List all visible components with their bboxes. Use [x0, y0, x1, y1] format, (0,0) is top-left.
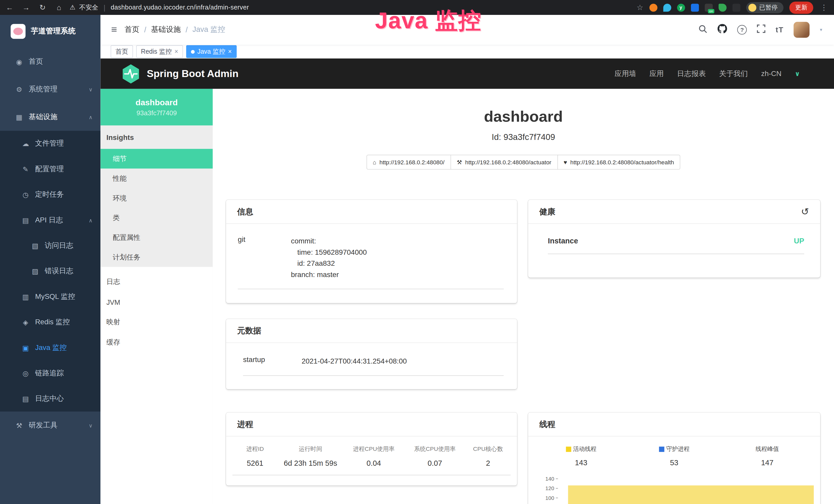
sidebar-item-system-management[interactable]: ⚙ 系统管理 ∨: [0, 75, 101, 103]
extension-icon[interactable]: [649, 3, 657, 11]
health-card: 健康 ↺ Instance UP: [528, 200, 820, 278]
sba-nav-journal[interactable]: 日志报表: [677, 69, 706, 78]
extension-icon[interactable]: on: [705, 3, 712, 11]
sba-nav-wallboard[interactable]: 应用墙: [615, 69, 636, 78]
profile-chip[interactable]: 已暂停: [746, 2, 784, 13]
security-warning-icon[interactable]: ⚠: [70, 4, 75, 11]
infrastructure-icon: ▦: [15, 113, 23, 121]
instance-link-buttons: ⌂ http://192.168.0.2:48080/ ⚒ http://192…: [213, 155, 834, 170]
extension-icon[interactable]: y: [677, 3, 685, 11]
github-icon[interactable]: [718, 24, 727, 36]
browser-home-icon[interactable]: ⌂: [55, 3, 63, 12]
sba-instance-block[interactable]: dashboard 93a3fc7f7409: [101, 89, 213, 125]
browser-update-button[interactable]: 更新: [789, 1, 813, 14]
sba-body: dashboard 93a3fc7f7409 Insights 细节 性能 环境…: [101, 89, 834, 504]
wrench-icon: ⚒: [457, 159, 462, 166]
chevron-down-icon[interactable]: ∨: [795, 70, 800, 77]
sidebar-item-label: 基础设施: [29, 112, 58, 122]
search-icon[interactable]: [698, 24, 707, 35]
sba-brand[interactable]: Spring Boot Admin: [122, 63, 238, 84]
y-axis-tick: 140: [542, 476, 558, 482]
close-icon[interactable]: ×: [228, 48, 232, 55]
tab-java-monitor[interactable]: Java 监控 ×: [186, 45, 237, 58]
sidebar-item-dev-tools[interactable]: ⚒ 研发工具 ∨: [0, 412, 101, 439]
git-commit-label: commit:: [291, 235, 367, 247]
extension-icon[interactable]: [691, 3, 699, 11]
sba-insights-section: Insights 细节 性能 环境 类 配置属性 计划任务: [101, 125, 213, 267]
health-instance-label: Instance: [548, 237, 578, 245]
breadcrumb-item[interactable]: 基础设施: [151, 25, 181, 35]
sba-item-environment[interactable]: 环境: [101, 188, 213, 208]
refresh-icon[interactable]: ↻: [38, 3, 47, 12]
sidebar-item-error-logs[interactable]: ▨ 错误日志: [0, 258, 101, 284]
address-bar[interactable]: ⚠ 不安全 | dashboard.yudao.iocoder.cn/infra…: [70, 3, 249, 12]
sba-item-caches[interactable]: 缓存: [101, 332, 213, 352]
bookmark-star-icon[interactable]: ☆: [637, 3, 643, 12]
app-logo-title: 芋道管理系统: [31, 27, 75, 36]
sidebar-item-link-tracing[interactable]: ◎ 链路追踪: [0, 361, 101, 386]
sba-item-details[interactable]: 细节: [101, 149, 213, 169]
card-title: 进程: [226, 413, 517, 436]
sidebar-item-config-management[interactable]: ✎ 配置管理: [0, 156, 101, 182]
threads-card: 线程 活动线程 143: [528, 413, 820, 504]
breadcrumb-item[interactable]: 首页: [125, 25, 139, 35]
breadcrumb-item-current: Java 监控: [192, 25, 225, 35]
address-url[interactable]: dashboard.yudao.iocoder.cn/infra/admin-s…: [111, 4, 249, 11]
timer-icon: ◷: [21, 190, 30, 199]
home-icon: ⌂: [373, 159, 376, 165]
sidebar-item-infrastructure[interactable]: ▦ 基础设施 ∧: [0, 103, 101, 131]
sba-item-mappings[interactable]: 映射: [101, 312, 213, 333]
health-url-button[interactable]: ♥ http://192.168.0.2:48080/actuator/heal…: [557, 155, 680, 170]
sba-nav-applications[interactable]: 应用: [649, 69, 664, 78]
process-column-header: 运行时间: [278, 445, 343, 453]
sba-item-performance[interactable]: 性能: [101, 168, 213, 188]
breadcrumb: 首页 / 基础设施 / Java 监控: [125, 25, 225, 35]
user-avatar[interactable]: [794, 22, 810, 38]
metadata-row: startup 2021-04-27T00:44:31.254+08:00: [243, 356, 504, 376]
sidebar-item-scheduled-jobs[interactable]: ◷ 定时任务: [0, 182, 101, 207]
tab-redis-monitor[interactable]: Redis 监控 ×: [136, 45, 183, 58]
sba-locale-select[interactable]: zh-CN: [761, 70, 781, 77]
sba-item-config-props[interactable]: 配置属性: [101, 228, 213, 247]
back-icon[interactable]: ←: [5, 3, 14, 12]
forward-icon[interactable]: →: [22, 3, 30, 12]
extension-icon[interactable]: [719, 3, 726, 11]
sidebar-item-home[interactable]: ◉ 首页: [0, 48, 101, 75]
sidebar-toggle-icon[interactable]: ≡: [101, 24, 124, 36]
fullscreen-icon[interactable]: [757, 24, 765, 35]
sidebar-item-mysql-monitor[interactable]: ▥ MySQL 监控: [0, 284, 101, 310]
process-id-value: 5261: [233, 459, 278, 467]
process-column-header: 进程CPU使用率: [343, 445, 404, 453]
extension-icon[interactable]: [732, 3, 740, 11]
sba-item-jvm[interactable]: JVM: [101, 292, 213, 312]
sba-item-logs[interactable]: 日志: [101, 272, 213, 292]
sidebar-item-label: 错误日志: [45, 266, 73, 276]
help-icon[interactable]: ?: [738, 25, 747, 35]
sidebar-item-api-logs[interactable]: ▤ API 日志 ∧: [0, 207, 101, 233]
sidebar-item-redis-monitor[interactable]: ◈ Redis 监控: [0, 310, 101, 335]
sidebar-item-access-logs[interactable]: ▧ 访问日志: [0, 233, 101, 258]
actuator-url-button[interactable]: ⚒ http://192.168.0.2:48080/actuator: [450, 155, 557, 170]
monitor-icon: ▣: [21, 344, 30, 352]
service-url-button[interactable]: ⌂ http://192.168.0.2:48080/: [366, 155, 451, 170]
sba-item-scheduled-tasks[interactable]: 计划任务: [101, 247, 213, 267]
security-label[interactable]: 不安全: [79, 3, 98, 12]
avatar-caret-icon[interactable]: ▾: [820, 27, 822, 32]
history-icon[interactable]: ↺: [801, 206, 809, 217]
sidebar-menu: ◉ 首页 ⚙ 系统管理 ∨ ▦ 基础设施 ∧ ☁ 文件管理: [0, 48, 101, 439]
log-icon: ▤: [21, 216, 30, 224]
legend-label: 守护进程: [666, 445, 690, 453]
sba-item-classes[interactable]: 类: [101, 208, 213, 228]
sidebar-item-log-center[interactable]: ▤ 日志中心: [0, 386, 101, 411]
font-size-icon[interactable]: tT: [776, 25, 784, 34]
tab-label: Java 监控: [197, 47, 225, 56]
app-logo[interactable]: 芋道管理系统: [0, 15, 101, 48]
browser-menu-icon[interactable]: ⋮: [819, 3, 829, 12]
sba-nav-about[interactable]: 关于我们: [719, 69, 748, 78]
sidebar-item-file-management[interactable]: ☁ 文件管理: [0, 131, 101, 156]
sidebar-item-java-monitor[interactable]: ▣ Java 监控: [0, 335, 101, 361]
close-icon[interactable]: ×: [174, 48, 178, 55]
tab-home[interactable]: 首页: [111, 45, 133, 58]
extension-icon[interactable]: [663, 3, 671, 11]
card-title: 健康: [540, 207, 555, 217]
